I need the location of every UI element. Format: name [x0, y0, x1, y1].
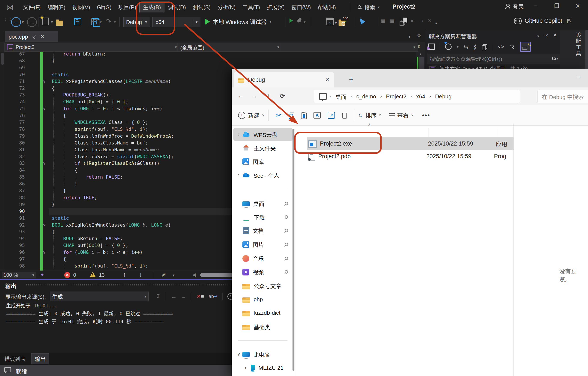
hot-reload-icon[interactable] [297, 18, 302, 23]
chevron-down-icon[interactable]: ▾ [51, 20, 53, 24]
up-icon[interactable]: ↑ [263, 92, 274, 100]
fold-chevron-icon[interactable]: ∨ [43, 78, 49, 85]
chevron-down-icon[interactable]: ▾ [114, 20, 116, 24]
close-icon[interactable]: ✕ [553, 33, 557, 38]
solution-configuration-dropdown[interactable]: Debug ▾ [123, 17, 150, 27]
solution-explorer-search[interactable]: 搜索解决方案资源管理器(Ctrl+;) ▾ [427, 54, 560, 64]
collapse-all-icon[interactable]: ∧∧ [474, 44, 477, 49]
run-without-debug-button[interactable] [290, 18, 293, 23]
redo-button[interactable]: ↷ [105, 17, 112, 26]
explorer-tab-debug[interactable]: Debug ✕ [234, 72, 334, 88]
tab-diagnostic-tools[interactable]: 诊断工具 [574, 32, 582, 57]
menu-item-项目(P)[interactable]: 项目(P) [115, 2, 140, 12]
save-button[interactable] [74, 18, 81, 25]
minimize-button[interactable]: − [534, 2, 537, 10]
breadcrumb-x64[interactable]: x64 [415, 93, 427, 100]
error-icon[interactable]: ✕ [64, 272, 70, 278]
file-row-Project2.exe[interactable]: Project2.exe2025/10/22 15:59应用 [307, 137, 514, 150]
copy-icon[interactable] [289, 112, 294, 118]
sidebar-item-Sec - 个人[interactable]: ›Sec - 个人 [233, 169, 293, 181]
fold-chevron-icon[interactable]: ∨ [43, 160, 49, 167]
pending-changes-filter-icon[interactable] [445, 44, 452, 50]
sidebar-item-fuzzdb-dict[interactable]: fuzzdb-dict [233, 307, 293, 319]
clear-all-icon[interactable]: ✕≡ [197, 293, 204, 299]
menu-item-窗口(W)[interactable]: 窗口(W) [288, 2, 314, 12]
column-separator[interactable] [498, 128, 498, 137]
sidebar-item-此电脑[interactable]: ∨此电脑 [233, 348, 293, 360]
more-options-icon[interactable]: ••• [422, 112, 430, 119]
menu-item-Git(G)[interactable]: Git(G) [94, 2, 115, 12]
search-button[interactable]: 搜索 ▾ [357, 2, 380, 12]
refresh-icon[interactable]: ⟳ [277, 92, 288, 100]
menu-item-测试(S)[interactable]: 测试(S) [189, 2, 214, 12]
sidebar-item-主文件夹[interactable]: 主文件夹 [233, 142, 293, 154]
share-icon[interactable]: ↗ [328, 112, 335, 119]
jump-to-message-icon[interactable]: ↧ [156, 293, 161, 300]
maximize-button[interactable]: ❒ [554, 3, 559, 9]
clear-bookmarks-icon[interactable]: ✕ [427, 18, 432, 24]
select-cursor-icon[interactable] [357, 17, 365, 25]
sidebar-item-下载[interactable]: 下载 [233, 211, 293, 223]
tab-poc-cpp[interactable]: poc.cpp ⊥ ✕ [5, 31, 58, 42]
chevron-down-icon[interactable]: ▾ [537, 34, 539, 39]
menu-item-视图(V)[interactable]: 视图(V) [69, 2, 93, 12]
start-debugging-button[interactable]: 本地 Windows 调试器 ▾ [205, 18, 271, 25]
next-bookmark-icon[interactable]: ⇥ [419, 18, 424, 24]
expand-chevron-icon[interactable]: › [242, 365, 249, 371]
sidebar-item-音乐[interactable]: 音乐 [233, 252, 293, 265]
sidebar-item-php[interactable]: php [233, 293, 293, 306]
preview-selected-items-button[interactable] [520, 42, 531, 52]
delete-icon[interactable] [342, 112, 347, 118]
forward-icon[interactable]: → [249, 92, 260, 100]
error-count[interactable]: 0 [73, 272, 76, 278]
sidebar-item-文档[interactable]: 文档 [233, 224, 293, 237]
next-issue-icon[interactable]: ↓ [139, 271, 142, 278]
pin-icon[interactable]: ⊥ [32, 33, 38, 40]
view-button[interactable]: 查看 ˅ [389, 111, 414, 119]
sidebar-scrollbar[interactable] [293, 129, 294, 371]
warning-icon[interactable] [90, 272, 96, 277]
health-indicator-icon[interactable]: ✦ [40, 272, 44, 278]
address-bar[interactable]: ›桌面›c_demo›Project2›x64›Debug [314, 90, 520, 103]
split-editor-icon[interactable]: ⇕ [417, 44, 421, 49]
sort-button[interactable]: ↑↓ 排序 ˅ [358, 111, 381, 119]
expand-chevron-icon[interactable]: ∨ [235, 351, 242, 357]
menu-item-生成(B)[interactable]: 生成(B) [140, 2, 164, 12]
share-icon[interactable]: ⇱ [567, 18, 572, 24]
new-button[interactable]: + 新建 ˅ [238, 111, 264, 119]
show-all-code-icon[interactable]: <> [497, 44, 504, 50]
prev-issue-icon[interactable]: ↑ [123, 271, 126, 278]
properties-icon[interactable] [482, 44, 487, 49]
outdent-icon[interactable]: ≣ [390, 17, 394, 24]
navigate-forward-button[interactable]: → [27, 17, 37, 27]
scroll-up-icon[interactable]: ▲ [419, 52, 422, 56]
prev-bookmark-icon[interactable]: ⇤ [411, 18, 415, 24]
code-cleanup-icon[interactable]: ✎ [160, 273, 167, 277]
scroll-left-icon[interactable]: ◀ [192, 272, 196, 278]
project-dropdown[interactable]: Project2 ▾ [4, 43, 180, 52]
chevron-down-icon[interactable]: ▾ [435, 21, 437, 26]
word-wrap-icon[interactable]: ab↵ [209, 294, 218, 299]
menu-item-扩展(X)[interactable]: 扩展(X) [263, 2, 288, 12]
paste-icon[interactable] [301, 112, 307, 119]
sidebar-item-公众号文章[interactable]: 公众号文章 [233, 279, 293, 292]
fold-chevron-icon[interactable]: ∨ [43, 222, 49, 229]
menu-item-调试(D)[interactable]: 调试(D) [164, 2, 189, 12]
explorer-search-box[interactable]: 在 Debug 中搜索 [537, 90, 588, 103]
sidebar-item-基础类[interactable]: 基础类 [233, 321, 293, 333]
expand-chevron-icon[interactable]: › [235, 172, 242, 178]
member-dropdown[interactable]: ▾ [280, 43, 418, 52]
close-tab-icon[interactable]: ✕ [41, 34, 44, 39]
open-folder-button[interactable] [56, 21, 63, 26]
tab-list-chevron-icon[interactable]: ▾ [409, 34, 410, 39]
menu-item-帮助(H)[interactable]: 帮助(H) [314, 2, 339, 12]
undo-button[interactable]: ↶ [91, 17, 97, 26]
bookmark-icon[interactable] [403, 18, 407, 23]
sidebar-item-WPS云盘[interactable]: ›WPS云盘 [233, 128, 293, 141]
rename-icon[interactable]: A [314, 112, 321, 119]
chevron-down-icon[interactable]: ▾ [173, 273, 175, 278]
github-copilot-button[interactable]: GitHub Copilot [514, 18, 562, 24]
sidebar-item-图库[interactable]: 图库 [233, 155, 293, 168]
chevron-down-icon[interactable]: ▾ [100, 20, 102, 24]
menu-item-分析(N)[interactable]: 分析(N) [214, 2, 239, 12]
